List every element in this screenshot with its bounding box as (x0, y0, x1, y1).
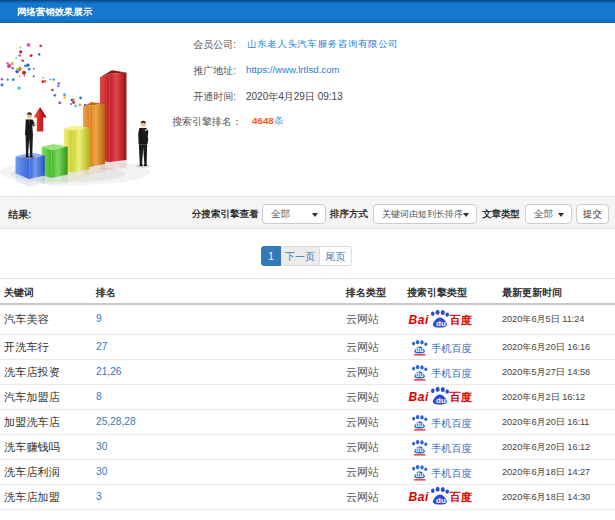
svg-text:手机百度: 手机百度 (431, 418, 472, 429)
svg-text:Bai: Bai (409, 390, 430, 404)
svg-text:百度: 百度 (449, 314, 473, 326)
svg-text:百度: 百度 (449, 391, 473, 403)
svg-text:百度: 百度 (449, 491, 473, 503)
svg-text:手机百度: 手机百度 (431, 468, 472, 479)
svg-text:du: du (416, 446, 424, 453)
svg-text:du: du (416, 421, 424, 428)
svg-text:du: du (416, 371, 424, 378)
svg-text:Bai: Bai (409, 313, 430, 327)
svg-text:du: du (416, 471, 424, 478)
svg-text:手机百度: 手机百度 (431, 443, 472, 454)
svg-text:du: du (436, 396, 446, 405)
svg-text:手机百度: 手机百度 (431, 343, 472, 354)
svg-text:Bai: Bai (409, 490, 430, 504)
svg-text:du: du (436, 319, 446, 328)
svg-text:du: du (436, 496, 446, 505)
svg-text:du: du (416, 346, 424, 353)
svg-text:手机百度: 手机百度 (431, 368, 472, 379)
